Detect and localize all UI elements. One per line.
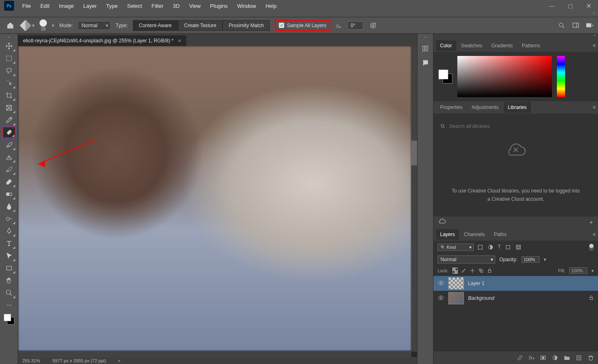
crop-tool[interactable] xyxy=(2,90,16,101)
workspace-icon[interactable] xyxy=(572,21,580,30)
move-tool[interactable] xyxy=(2,40,16,52)
layer-name[interactable]: Layer 1 xyxy=(468,281,594,286)
panel-menu-icon[interactable]: ≡ xyxy=(593,104,596,110)
marquee-tool[interactable] xyxy=(2,53,16,64)
lock-trans-icon[interactable] xyxy=(452,267,458,274)
dodge-tool[interactable] xyxy=(2,213,16,225)
hue-slider[interactable] xyxy=(557,56,565,97)
tool-preset-icon[interactable] xyxy=(20,19,31,31)
menu-file[interactable]: File xyxy=(18,1,35,11)
filter-type-icon[interactable]: T xyxy=(498,243,501,251)
angle-input[interactable]: 0° xyxy=(348,21,363,30)
type-tool[interactable] xyxy=(2,238,16,249)
document-tab[interactable]: eliott-reyna-jCEpN62oWL4-unsplash.jpg @ … xyxy=(18,35,186,46)
sample-all-checkbox[interactable]: ✓ xyxy=(279,23,284,28)
tab-paths[interactable]: Paths xyxy=(490,229,511,240)
layer-row[interactable]: Layer 1 xyxy=(433,276,598,291)
fx-icon[interactable]: fx▾ xyxy=(529,355,534,361)
delete-layer-icon[interactable] xyxy=(588,354,594,362)
mask-icon[interactable] xyxy=(540,354,546,362)
lasso-tool[interactable] xyxy=(2,65,16,77)
tab-patterns[interactable]: Patterns xyxy=(518,40,545,51)
menu-type[interactable]: Type xyxy=(102,1,122,11)
link-layers-icon[interactable] xyxy=(517,354,523,362)
menu-image[interactable]: Image xyxy=(55,1,78,11)
menu-plugins[interactable]: Plugins xyxy=(206,1,232,11)
minimize-button[interactable]: — xyxy=(542,0,561,12)
rectangle-tool[interactable] xyxy=(2,262,16,274)
hand-tool[interactable] xyxy=(2,275,16,286)
fill-input[interactable]: 100% xyxy=(569,267,587,274)
opacity-input[interactable]: 100% xyxy=(522,256,540,263)
layer-thumbnail[interactable] xyxy=(448,292,464,304)
filter-smart-icon[interactable] xyxy=(515,243,522,251)
tab-channels[interactable]: Channels xyxy=(460,229,489,240)
layer-thumbnail[interactable] xyxy=(448,277,464,290)
history-icon[interactable] xyxy=(422,45,429,53)
blur-tool[interactable] xyxy=(2,201,16,212)
visibility-icon[interactable] xyxy=(438,279,444,288)
panel-menu-icon[interactable]: ≡ xyxy=(593,43,596,49)
color-picker[interactable] xyxy=(457,56,552,97)
type-content-aware[interactable]: Content-Aware xyxy=(133,20,178,31)
zoom-tool[interactable] xyxy=(2,287,16,299)
menu-window[interactable]: Window xyxy=(233,1,260,11)
menu-layer[interactable]: Layer xyxy=(79,1,101,11)
edit-toolbar[interactable]: ⋯ xyxy=(2,299,16,311)
vertical-scrollbar[interactable] xyxy=(411,46,417,352)
panel-menu-icon[interactable]: ≡ xyxy=(593,232,596,237)
maximize-button[interactable]: ▢ xyxy=(561,0,579,12)
brush-tool[interactable] xyxy=(2,139,16,151)
mode-select[interactable]: Normal xyxy=(78,21,111,30)
tab-swatches[interactable]: Swatches xyxy=(457,40,487,51)
lock-nest-icon[interactable] xyxy=(478,267,484,274)
layer-row[interactable]: Background xyxy=(433,291,598,306)
comments-icon[interactable] xyxy=(422,59,429,68)
filter-adjust-icon[interactable] xyxy=(487,243,494,251)
tab-libraries[interactable]: Libraries xyxy=(504,102,531,113)
screen-mode-icon[interactable]: ▾ xyxy=(586,21,594,30)
menu-3d[interactable]: 3D xyxy=(169,1,184,11)
brush-preview[interactable]: 19 xyxy=(39,19,47,31)
filter-toggle[interactable] xyxy=(589,243,594,251)
tab-layers[interactable]: Layers xyxy=(436,229,459,240)
menu-select[interactable]: Select xyxy=(123,1,146,11)
visibility-icon[interactable] xyxy=(438,294,444,303)
horizontal-scrollbar[interactable] xyxy=(18,352,411,357)
type-create-texture[interactable]: Create Texture xyxy=(178,20,223,31)
tab-gradients[interactable]: Gradients xyxy=(487,40,517,51)
tab-adjustments[interactable]: Adjustments xyxy=(468,102,503,113)
layer-filter-kind[interactable]: Kind xyxy=(438,243,474,251)
group-icon[interactable] xyxy=(564,354,570,362)
filter-shape-icon[interactable] xyxy=(505,243,511,251)
layer-name[interactable]: Background xyxy=(468,295,584,301)
menu-edit[interactable]: Edit xyxy=(36,1,53,11)
library-search[interactable] xyxy=(449,123,591,129)
adjustment-icon[interactable] xyxy=(552,354,558,362)
lock-paint-icon[interactable] xyxy=(461,267,466,274)
tab-color[interactable]: Color xyxy=(436,40,456,51)
tab-properties[interactable]: Properties xyxy=(436,102,467,113)
cloud-sync-icon[interactable] xyxy=(438,219,446,226)
fg-bg-swatch[interactable] xyxy=(438,70,452,83)
eraser-tool[interactable] xyxy=(2,176,16,188)
zoom-level[interactable]: 255.31% xyxy=(22,358,40,363)
history-brush-tool[interactable] xyxy=(2,164,16,175)
add-icon[interactable]: + xyxy=(589,219,593,226)
menu-view[interactable]: View xyxy=(185,1,205,11)
type-proximity-match[interactable]: Proximity Match xyxy=(223,20,270,31)
lock-pos-icon[interactable] xyxy=(470,267,475,274)
spot-healing-tool[interactable] xyxy=(2,127,16,138)
gradient-tool[interactable] xyxy=(2,188,16,200)
frame-tool[interactable] xyxy=(2,102,16,114)
close-tab-icon[interactable]: ✕ xyxy=(178,38,181,44)
pressure-icon[interactable] xyxy=(368,21,378,30)
eyedropper-tool[interactable] xyxy=(2,114,16,126)
menu-filter[interactable]: Filter xyxy=(147,1,167,11)
blend-mode-select[interactable]: Normal xyxy=(438,255,495,264)
color-swatch[interactable] xyxy=(4,314,14,325)
search-icon[interactable] xyxy=(558,21,566,30)
new-layer-icon[interactable] xyxy=(576,354,582,362)
home-button[interactable] xyxy=(4,20,16,31)
lock-all-icon[interactable] xyxy=(487,267,492,274)
